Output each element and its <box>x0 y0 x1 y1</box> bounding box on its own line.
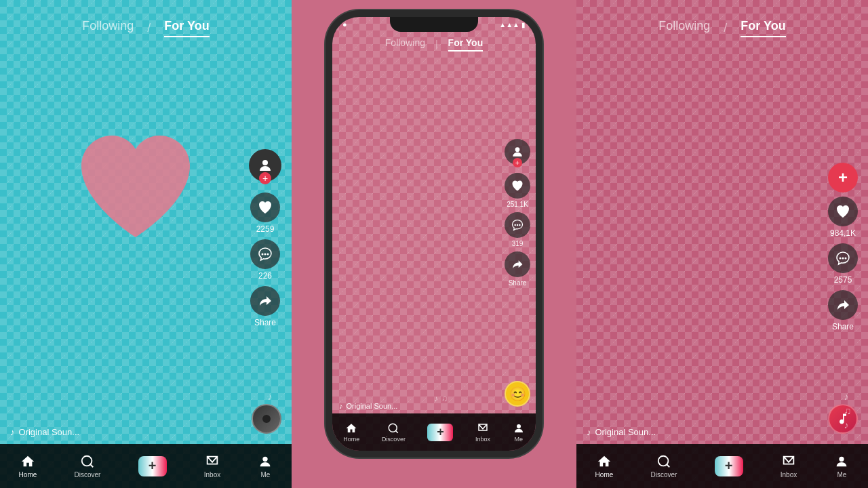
left-sound-info: ♪ Original Soun... <box>10 427 79 437</box>
phone-following-tab[interactable]: Following <box>385 37 425 52</box>
phone-like-icon[interactable] <box>505 173 530 199</box>
left-sound-text: Original Soun... <box>19 427 80 437</box>
left-avatar-icon[interactable] <box>249 149 281 182</box>
phone-comment-btn[interactable]: 319 <box>505 212 530 247</box>
svg-line-5 <box>90 464 93 467</box>
left-home-label: Home <box>19 471 37 479</box>
left-foryou-tab[interactable]: For You <box>164 19 209 37</box>
right-me-btn[interactable]: Me <box>834 454 849 479</box>
phone-time: ● <box>342 20 347 28</box>
left-disc-container <box>252 404 281 434</box>
right-like-count: 984,1K <box>830 228 856 238</box>
right-music-notes: ♪ ♫ ♪ <box>844 391 852 430</box>
right-plus-btn[interactable] <box>715 456 743 476</box>
right-share-btn[interactable]: Share <box>828 290 858 331</box>
right-disc-container <box>828 404 858 434</box>
right-inbox-btn[interactable]: Inbox <box>781 454 797 479</box>
right-note-1: ♪ <box>844 391 852 402</box>
right-home-btn[interactable]: Home <box>595 454 614 479</box>
phone-emoji-disc: 😊 <box>505 381 530 407</box>
right-note-2: ♫ <box>844 405 852 416</box>
right-comment-count: 2575 <box>834 275 852 285</box>
phone-sound-text: Original Soun... <box>347 402 398 410</box>
phone-music-icon: ♪ <box>339 402 343 410</box>
left-inbox-btn[interactable]: Inbox <box>204 454 220 479</box>
phone-status-icons: ▲▲▲ ▮ <box>499 21 526 28</box>
left-music-icon: ♪ <box>10 427 15 437</box>
svg-point-2 <box>264 253 267 256</box>
phone-comment-count: 319 <box>512 240 524 247</box>
left-comment-btn[interactable]: 226 <box>250 239 280 281</box>
phone-bottom-nav: Home Discover Inbox Me <box>332 413 536 451</box>
left-inbox-label: Inbox <box>204 471 220 479</box>
phone-share-icon[interactable] <box>505 251 530 277</box>
left-like-icon[interactable] <box>250 192 280 222</box>
right-following-tab[interactable]: Following <box>658 19 710 37</box>
right-foryou-tab[interactable]: For You <box>741 19 785 37</box>
left-home-btn[interactable]: Home <box>19 454 37 479</box>
heart-decoration <box>68 122 203 258</box>
right-like-icon[interactable] <box>828 197 858 226</box>
right-side-actions: 984,1K 2575 Share <box>828 197 858 331</box>
right-comment-icon[interactable] <box>828 243 858 273</box>
svg-point-8 <box>514 224 516 226</box>
left-plus-btn[interactable] <box>138 456 167 476</box>
left-discover-label: Discover <box>74 471 100 479</box>
right-share-label: Share <box>832 322 854 331</box>
right-like-btn[interactable]: 984,1K <box>828 197 858 238</box>
left-disc-inner <box>262 415 271 423</box>
svg-point-1 <box>262 253 264 256</box>
phone-top-nav: Following | For You <box>332 37 536 52</box>
phone-nav-sep: | <box>435 37 438 52</box>
svg-point-15 <box>842 258 844 260</box>
phone-avatar-icon[interactable] <box>505 139 530 165</box>
right-bottom-nav: Home Discover Inbox Me <box>576 444 868 488</box>
right-share-icon[interactable] <box>828 290 858 320</box>
phone-music-notes: ♪ ♫ <box>434 394 448 403</box>
left-like-btn[interactable]: 2259 <box>250 192 280 234</box>
phone-me-label: Me <box>514 436 523 443</box>
svg-point-13 <box>517 424 521 428</box>
right-me-label: Me <box>837 471 846 479</box>
right-top-nav: Following / For You <box>576 19 868 37</box>
phone-foryou-tab[interactable]: For You <box>448 37 484 52</box>
phone-avatar-btn[interactable] <box>505 139 530 165</box>
phone-share-btn[interactable]: Share <box>505 251 530 287</box>
left-me-label: Me <box>260 471 270 479</box>
left-avatar-btn[interactable] <box>249 149 281 182</box>
svg-point-11 <box>389 424 397 432</box>
svg-point-16 <box>845 258 847 260</box>
phone-note-1: ♪ <box>434 394 438 403</box>
phone-like-btn[interactable]: 251,1K <box>505 173 530 208</box>
left-share-icon[interactable] <box>250 286 280 316</box>
left-like-count: 2259 <box>256 224 275 234</box>
right-disc <box>828 404 858 434</box>
right-comment-btn[interactable]: 2575 <box>828 243 858 285</box>
phone-comment-icon[interactable] <box>505 212 530 238</box>
svg-point-0 <box>262 160 268 165</box>
left-me-btn[interactable]: Me <box>258 454 273 479</box>
left-note-1: ♪ <box>268 391 275 402</box>
left-following-tab[interactable]: Following <box>82 19 134 37</box>
phone-sound-info: ♪ Original Soun... <box>339 402 397 410</box>
phone-discover-btn[interactable]: Discover <box>382 422 406 443</box>
right-plus-circle-btn[interactable]: + <box>828 163 858 192</box>
phone-me-btn[interactable]: Me <box>513 422 525 443</box>
svg-point-7 <box>515 147 520 152</box>
right-discover-btn[interactable]: Discover <box>650 454 677 479</box>
left-nav-separator: / <box>147 19 151 37</box>
svg-point-9 <box>517 224 519 226</box>
phone-plus-btn[interactable] <box>427 424 453 441</box>
phone-like-count: 251,1K <box>507 201 528 208</box>
svg-point-4 <box>82 455 92 466</box>
phone-emoji-disc-container: 😊 <box>505 381 530 407</box>
left-comment-icon[interactable] <box>250 239 280 269</box>
left-discover-btn[interactable]: Discover <box>74 454 100 479</box>
phone-note-2: ♫ <box>441 394 448 403</box>
signal-icon: ▲▲▲ <box>499 21 519 28</box>
phone-inbox-btn[interactable]: Inbox <box>475 422 490 443</box>
svg-point-10 <box>519 224 521 226</box>
phone-discover-label: Discover <box>382 436 406 443</box>
left-share-btn[interactable]: Share <box>250 286 280 327</box>
phone-home-btn[interactable]: Home <box>343 422 359 443</box>
